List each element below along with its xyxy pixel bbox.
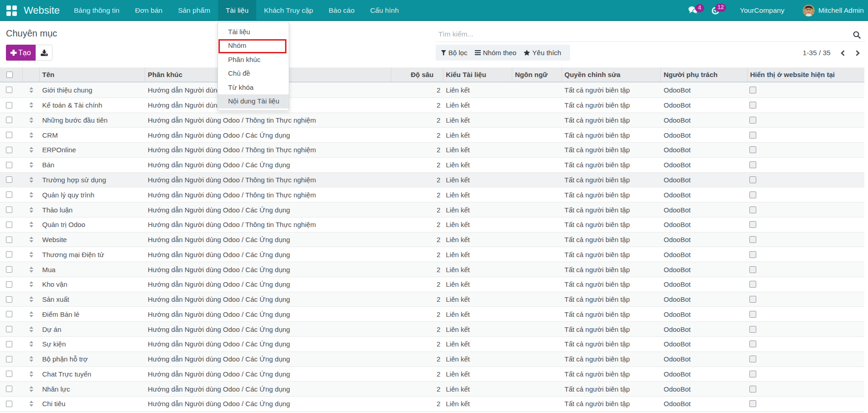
drag-handle-icon[interactable] (29, 401, 34, 407)
table-row[interactable]: Bộ phận hỗ trợ Hướng dẫn Người dùng Odoo… (0, 351, 864, 367)
header-visible[interactable]: Hiển thị ở website hiện tại (748, 67, 865, 83)
drag-handle-icon[interactable] (29, 326, 34, 332)
table-row[interactable]: Bán Hướng dẫn Người dùng Odoo / Các Ứng … (0, 157, 864, 172)
drag-handle-icon[interactable] (29, 222, 34, 227)
header-depth[interactable]: Độ sâu (391, 67, 443, 83)
table-row[interactable]: Sự kiện Hướng dẫn Người dùng Odoo / Các … (0, 336, 864, 351)
group-by-button[interactable]: Nhóm theo (471, 45, 520, 61)
row-checkbox[interactable] (6, 356, 12, 362)
drag-handle-icon[interactable] (29, 371, 34, 377)
company-switcher[interactable]: YourCompany (740, 0, 785, 21)
row-checkbox[interactable] (6, 266, 12, 273)
visible-checkbox[interactable] (749, 281, 756, 288)
row-checkbox[interactable] (6, 147, 12, 153)
visible-checkbox[interactable] (749, 206, 756, 213)
pager-next-icon[interactable] (856, 50, 860, 58)
visible-checkbox[interactable] (749, 356, 756, 362)
visible-checkbox[interactable] (749, 146, 756, 153)
row-checkbox[interactable] (6, 326, 12, 332)
nav-item-reports[interactable]: Báo cáo (321, 0, 362, 21)
menu-item-segments[interactable]: Phân khúc (218, 53, 289, 67)
menu-item-keywords[interactable]: Từ khóa (218, 81, 289, 95)
table-row[interactable]: Chat Trực tuyến Hướng dẫn Người dùng Odo… (0, 367, 864, 382)
visible-checkbox[interactable] (749, 221, 756, 228)
activities-count-badge[interactable]: 12 (715, 4, 726, 12)
header-edit-rights[interactable]: Quyền chỉnh sửa (562, 67, 661, 83)
drag-handle-icon[interactable] (29, 132, 34, 138)
nav-item-visitors[interactable]: Khách Truy cập (256, 0, 321, 21)
drag-handle-icon[interactable] (29, 341, 34, 347)
table-row[interactable]: Giới thiệu chung Hướng dẫn Người dùng Od… (0, 83, 864, 98)
menu-item-groups[interactable]: Nhóm (218, 39, 289, 53)
table-row[interactable]: Mua Hướng dẫn Người dùng Odoo / Các Ứng … (0, 262, 864, 277)
pager-previous-icon[interactable] (841, 50, 845, 58)
row-checkbox[interactable] (6, 162, 12, 168)
table-row[interactable] (0, 411, 864, 413)
favorites-button[interactable]: Yêu thích (520, 45, 565, 61)
row-checkbox[interactable] (6, 401, 12, 407)
nav-item-documents[interactable]: Tài liệu (218, 0, 256, 21)
row-checkbox[interactable] (6, 311, 12, 317)
table-row[interactable]: Thảo luận Hướng dẫn Người dùng Odoo / Cá… (0, 202, 864, 217)
visible-checkbox[interactable] (749, 266, 756, 273)
table-row[interactable]: Website Hướng dẫn Người dùng Odoo / Các … (0, 232, 864, 247)
search-bar[interactable]: Tìm kiếm... (436, 27, 865, 42)
row-checkbox[interactable] (6, 237, 12, 243)
drag-handle-icon[interactable] (29, 147, 34, 153)
table-row[interactable]: Sản xuất Hướng dẫn Người dùng Odoo / Các… (0, 292, 864, 307)
visible-checkbox[interactable] (749, 251, 756, 258)
table-row[interactable]: Dự án Hướng dẫn Người dùng Odoo / Các Ứn… (0, 321, 864, 336)
header-language[interactable]: Ngôn ngữ (512, 67, 562, 83)
drag-handle-icon[interactable] (29, 281, 34, 287)
visible-checkbox[interactable] (749, 386, 756, 392)
visible-checkbox[interactable] (749, 400, 756, 407)
table-row[interactable]: Nhân lực Hướng dẫn Người dùng Odoo / Các… (0, 381, 864, 396)
drag-handle-icon[interactable] (29, 102, 34, 108)
table-row[interactable]: Những bước đầu tiên Hướng dẫn Người dùng… (0, 113, 864, 128)
user-name[interactable]: Mitchell Admin (818, 0, 864, 21)
drag-handle-icon[interactable] (29, 237, 34, 243)
visible-checkbox[interactable] (749, 117, 756, 124)
table-row[interactable]: Điểm Bán lẻ Hướng dẫn Người dùng Odoo / … (0, 306, 864, 321)
row-checkbox[interactable] (6, 386, 12, 392)
visible-checkbox[interactable] (749, 236, 756, 243)
row-checkbox[interactable] (6, 371, 12, 377)
nav-item-dashboard[interactable]: Bảng thông tin (66, 0, 127, 21)
nav-item-orders[interactable]: Đơn bán (127, 0, 170, 21)
row-checkbox[interactable] (6, 176, 12, 183)
drag-handle-icon[interactable] (29, 356, 34, 362)
visible-checkbox[interactable] (749, 191, 756, 198)
drag-handle-icon[interactable] (29, 207, 34, 213)
row-checkbox[interactable] (6, 341, 12, 347)
drag-handle-icon[interactable] (29, 296, 34, 302)
app-brand-title[interactable]: Website (24, 0, 60, 21)
visible-checkbox[interactable] (749, 341, 756, 347)
row-checkbox[interactable] (6, 296, 12, 303)
menu-item-document-contents[interactable]: Nội dung Tài liệu (218, 94, 289, 108)
drag-handle-icon[interactable] (29, 162, 34, 168)
search-icon[interactable] (853, 31, 861, 41)
row-checkbox[interactable] (6, 281, 12, 288)
menu-item-topics[interactable]: Chủ đề (218, 67, 289, 81)
drag-handle-icon[interactable] (29, 87, 34, 93)
row-checkbox[interactable] (6, 132, 12, 138)
visible-checkbox[interactable] (749, 132, 756, 139)
visible-checkbox[interactable] (749, 311, 756, 318)
create-button[interactable]: Tạo (6, 45, 36, 61)
visible-checkbox[interactable] (749, 371, 756, 377)
nav-item-settings[interactable]: Cấu hình (362, 0, 406, 21)
nav-item-products[interactable]: Sản phẩm (170, 0, 218, 21)
visible-checkbox[interactable] (749, 176, 756, 183)
visible-checkbox[interactable] (749, 296, 756, 303)
filters-button[interactable]: Bộ lọc (441, 45, 471, 61)
row-checkbox[interactable] (6, 87, 12, 93)
user-avatar[interactable] (803, 5, 815, 16)
table-row[interactable]: ERPOnline Hướng dẫn Người dùng Odoo / Th… (0, 142, 864, 157)
row-checkbox[interactable] (6, 191, 12, 198)
drag-handle-icon[interactable] (29, 386, 34, 392)
table-row[interactable]: Quản trị Odoo Hướng dẫn Người dùng Odoo … (0, 217, 864, 232)
messages-count-badge[interactable]: 4 (695, 4, 704, 12)
drag-handle-icon[interactable] (29, 267, 34, 273)
apps-grid-icon[interactable] (6, 5, 17, 16)
table-row[interactable]: Trường hợp sử dụng Hướng dẫn Người dùng … (0, 172, 864, 187)
